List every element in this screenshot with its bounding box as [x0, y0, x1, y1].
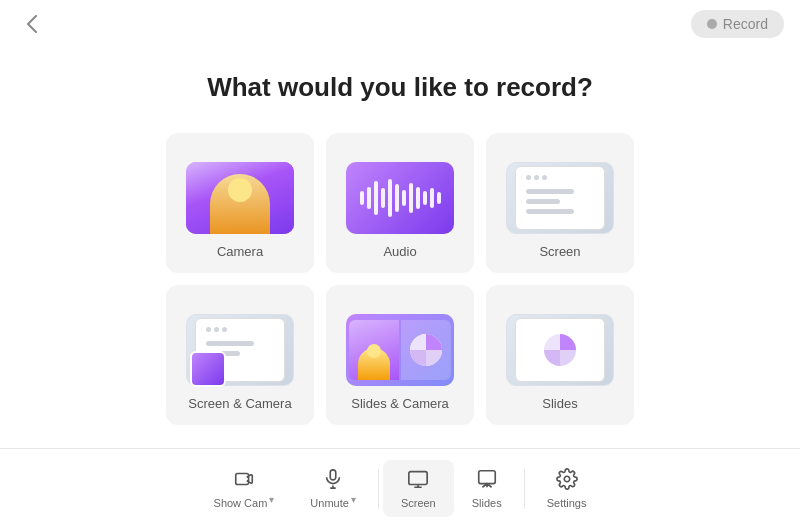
audio-label: Audio	[383, 244, 416, 259]
unmute-label: Unmute	[310, 497, 349, 509]
slides-illustration	[515, 318, 605, 382]
slides-thumbnail	[506, 314, 614, 386]
audio-wave-illustration	[360, 178, 441, 218]
screen-toolbar-label: Screen	[401, 497, 436, 509]
camera-thumbnail	[186, 162, 294, 234]
record-label: Record	[723, 16, 768, 32]
slides-label: Slides	[542, 396, 577, 411]
show-cam-arrow: ▾	[269, 494, 274, 505]
slides-camera-thumbnail	[346, 314, 454, 386]
audio-thumbnail	[346, 162, 454, 234]
gear-icon	[556, 468, 578, 493]
slides-pie-chart-icon	[542, 332, 578, 368]
screen-camera-label: Screen & Camera	[188, 396, 291, 411]
grid-item-screen[interactable]: Screen	[486, 133, 634, 273]
microphone-icon	[322, 468, 344, 493]
screen-illustration	[515, 166, 605, 230]
toolbar-show-cam[interactable]: Show Cam ▾	[196, 460, 293, 517]
camera-person-illustration	[186, 162, 294, 234]
grid-item-slides-camera[interactable]: Slides & Camera	[326, 285, 474, 425]
svg-rect-4	[478, 471, 495, 484]
page-title: What would you like to record?	[207, 72, 593, 103]
grid-item-screen-camera[interactable]: Screen & Camera	[166, 285, 314, 425]
svg-point-5	[564, 476, 570, 482]
screen-icon	[407, 468, 429, 493]
toolbar-unmute[interactable]: Unmute ▾	[292, 460, 374, 517]
screen-thumbnail	[506, 162, 614, 234]
camera-overlay	[190, 351, 226, 387]
settings-label: Settings	[547, 497, 587, 509]
toolbar-settings[interactable]: Settings	[529, 460, 605, 517]
back-button[interactable]	[16, 8, 48, 40]
slides-icon	[476, 468, 498, 493]
grid-item-camera[interactable]: Camera	[166, 133, 314, 273]
svg-rect-3	[409, 472, 427, 485]
pie-chart-icon	[408, 332, 444, 368]
unmute-arrow: ▾	[351, 494, 356, 505]
camera-label: Camera	[217, 244, 263, 259]
toolbar-group: Show Cam ▾ Unmute ▾	[196, 460, 605, 517]
toolbar-screen[interactable]: Screen	[383, 460, 454, 517]
slides-camera-label: Slides & Camera	[351, 396, 449, 411]
toolbar-slides[interactable]: Slides	[454, 460, 520, 517]
toolbar-divider-2	[524, 469, 525, 509]
screen-label: Screen	[539, 244, 580, 259]
screen-camera-illustration	[195, 318, 285, 382]
slides-camera-person	[349, 320, 399, 380]
toolbar-divider-1	[378, 469, 379, 509]
slides-camera-chart	[401, 320, 451, 380]
recording-options-grid: Camera Audio	[166, 133, 634, 425]
grid-item-audio[interactable]: Audio	[326, 133, 474, 273]
toolbar: Show Cam ▾ Unmute ▾	[0, 448, 800, 528]
header: Record	[0, 0, 800, 48]
main-content: What would you like to record? Camera	[0, 48, 800, 448]
slides-toolbar-label: Slides	[472, 497, 502, 509]
record-button[interactable]: Record	[691, 10, 784, 38]
svg-rect-2	[330, 470, 336, 480]
show-cam-label: Show Cam	[214, 497, 268, 509]
grid-item-slides[interactable]: Slides	[486, 285, 634, 425]
screen-camera-thumbnail	[186, 314, 294, 386]
camera-icon	[233, 468, 255, 493]
record-dot	[707, 19, 717, 29]
